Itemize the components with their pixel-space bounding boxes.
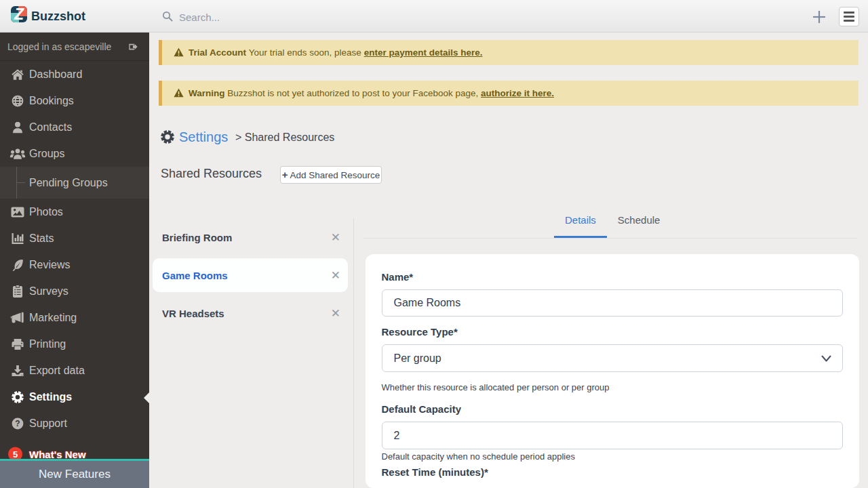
svg-text:?: ? [15, 419, 20, 428]
